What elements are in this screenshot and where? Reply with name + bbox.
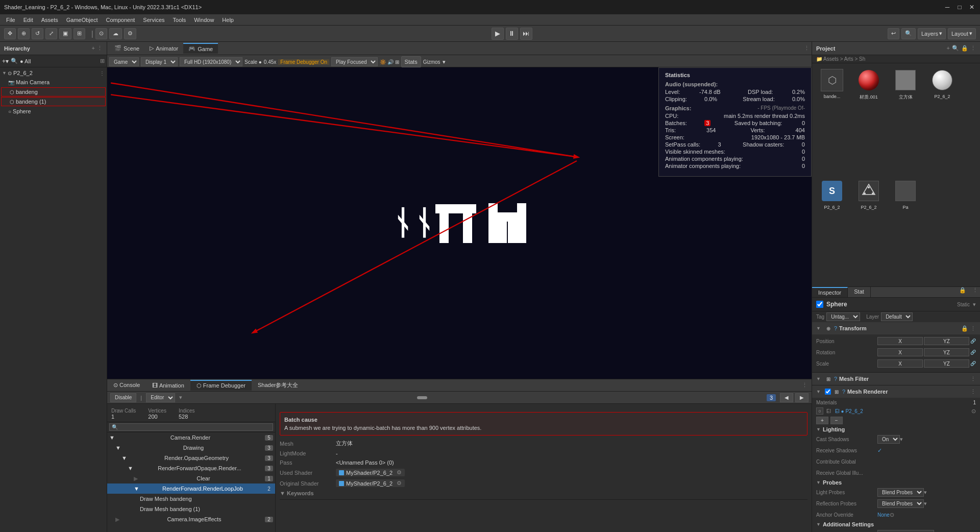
- project-more-btn[interactable]: ⋮: [970, 45, 976, 52]
- tab-console[interactable]: ⊙ Console: [107, 380, 146, 390]
- cast-shadows-select[interactable]: On: [877, 435, 900, 444]
- hier-options-btn[interactable]: ⊞: [100, 58, 105, 64]
- close-button[interactable]: ✕: [968, 3, 976, 11]
- additional-settings-header[interactable]: ▼ Additional Settings: [816, 521, 976, 527]
- used-shader-settings[interactable]: ⚙: [397, 469, 402, 476]
- menu-edit[interactable]: Edit: [19, 16, 37, 24]
- inspector-tab[interactable]: Inspector: [812, 287, 848, 297]
- hier-item-bandeng[interactable]: ⬡ bandeng: [1, 87, 106, 96]
- editor-select[interactable]: Editor: [146, 393, 175, 402]
- play-button[interactable]: ▶: [492, 28, 504, 40]
- mat-remove-btn[interactable]: −: [830, 417, 843, 424]
- asset-shader[interactable]: S P2_6_2: [814, 176, 850, 284]
- frame-scroll-thumb[interactable]: [417, 396, 427, 399]
- asset-material-red[interactable]: 材质.001: [851, 65, 887, 175]
- menu-assets[interactable]: Assets: [37, 16, 62, 24]
- mesh-renderer-menu[interactable]: ⋮: [970, 389, 976, 395]
- light-probes-arrow[interactable]: ▾: [924, 489, 927, 496]
- hier-item-sphere[interactable]: ○ Sphere: [0, 107, 107, 116]
- search-btn[interactable]: 🔍: [901, 28, 916, 39]
- view-more-btn[interactable]: ⋮: [804, 45, 810, 52]
- mesh-filter-header[interactable]: ▼ ⊞ ? Mesh Filter ⋮: [812, 373, 980, 385]
- layout-dropdown[interactable]: Layout ▾: [948, 28, 976, 39]
- motion-vectors-select[interactable]: Per Object Motion: [877, 530, 934, 533]
- frame-item-render-loop[interactable]: ▼ RenderForward.RenderLoopJob 2: [107, 483, 275, 494]
- hier-item-bandeng-1[interactable]: ⬡ bandeng (1): [1, 97, 106, 106]
- next-frame-btn[interactable]: ▶: [795, 393, 808, 402]
- tab-game[interactable]: 🎮 Game: [183, 43, 218, 54]
- scale-tool[interactable]: ⤢: [45, 28, 57, 39]
- hand-tool[interactable]: ✥: [4, 28, 16, 39]
- frame-item-opaque-geometry[interactable]: ▼ Render.OpaqueGeometry 3: [107, 453, 275, 463]
- menu-tools[interactable]: Tools: [169, 16, 190, 24]
- asset-pa[interactable]: Pa: [888, 176, 923, 284]
- hier-item-main-camera[interactable]: 📷 Main Camera: [0, 78, 107, 87]
- reflection-probes-arrow[interactable]: ▾: [924, 500, 927, 507]
- scale-x[interactable]: X: [877, 359, 923, 368]
- disable-button[interactable]: Disable: [110, 393, 136, 402]
- details-scrollbar[interactable]: [280, 499, 807, 505]
- gizmos-arrow[interactable]: ▾: [443, 59, 446, 65]
- stat-tab[interactable]: Stat: [848, 287, 871, 297]
- settings-btn[interactable]: ⚙: [124, 28, 136, 39]
- tab-animation[interactable]: 🎞 Animation: [146, 381, 190, 390]
- project-search-btn[interactable]: 🔍: [952, 45, 959, 52]
- tab-scene[interactable]: 🎬 Scene: [109, 43, 144, 53]
- layers-dropdown[interactable]: Layers ▾: [918, 28, 946, 39]
- menu-window[interactable]: Window: [190, 16, 218, 24]
- rot-y[interactable]: YZ: [924, 348, 969, 356]
- bottom-tabs-more[interactable]: ⋮: [798, 382, 812, 389]
- frame-item-clear[interactable]: ▶ Clear 1: [107, 473, 275, 483]
- lighting-header[interactable]: ▼ Lighting: [816, 426, 976, 432]
- mesh-renderer-enabled[interactable]: [825, 389, 831, 395]
- frame-item-drawing[interactable]: ▼ Drawing 3: [107, 443, 275, 453]
- hierarchy-menu-btn[interactable]: ⋮: [97, 45, 103, 52]
- tag-select[interactable]: Untag...: [826, 312, 860, 321]
- mesh-filter-menu[interactable]: ⋮: [970, 376, 976, 382]
- prev-frame-btn[interactable]: ◀: [780, 393, 793, 402]
- mat-add-btn[interactable]: +: [816, 417, 828, 424]
- minimize-button[interactable]: ─: [943, 3, 951, 11]
- original-shader-settings[interactable]: ⚙: [397, 480, 402, 487]
- anchor-override-value[interactable]: None: [877, 512, 890, 518]
- multi-tool[interactable]: ⊞: [74, 28, 85, 39]
- asset-unity-obj[interactable]: P2_6_2: [851, 176, 887, 284]
- inspector-more[interactable]: ⋮: [970, 287, 980, 297]
- object-static-arrow[interactable]: ▾: [973, 301, 976, 308]
- tab-frame-debugger[interactable]: ⬡ Frame Debugger: [190, 380, 252, 391]
- resolution-select[interactable]: Full HD (1920x1080): [180, 57, 242, 66]
- pos-x[interactable]: X: [877, 337, 923, 345]
- undo-history-btn[interactable]: ↩: [888, 28, 899, 39]
- rotate-tool[interactable]: ↺: [32, 28, 43, 39]
- inspector-lock[interactable]: 🔒: [955, 287, 970, 297]
- mesh-renderer-header[interactable]: ▼ ⊞ ? Mesh Renderer ⋮: [812, 385, 980, 398]
- stats-button[interactable]: Stats: [401, 56, 421, 67]
- p2_6_2-menu[interactable]: ⋮: [100, 70, 105, 76]
- pos-y[interactable]: YZ: [924, 337, 969, 345]
- probes-header[interactable]: ▼ Probes: [816, 479, 976, 486]
- mat-name[interactable]: El ● P2_6_2: [835, 408, 863, 414]
- frame-item-camera-render[interactable]: ▼ Camera.Render 5: [107, 432, 275, 443]
- transform-header[interactable]: ▼ ⊕ ? Transform 🔒 ⋮: [812, 322, 980, 334]
- menu-component[interactable]: Component: [102, 16, 139, 24]
- asset-sphere-white[interactable]: P2_6_2: [924, 65, 960, 175]
- pause-button[interactable]: ⏸: [506, 28, 518, 40]
- menu-help[interactable]: Help: [218, 16, 238, 24]
- frame-search-input[interactable]: [109, 423, 273, 431]
- game-viewport[interactable]: ᚾᚾ: [107, 67, 812, 379]
- game-display-select[interactable]: Game: [109, 57, 139, 66]
- pivot-toggle[interactable]: ⊙: [95, 28, 107, 39]
- tab-shader-ref[interactable]: Shader参考大全: [252, 380, 304, 391]
- menu-file[interactable]: File: [2, 16, 19, 24]
- frame-scroll-track[interactable]: [188, 396, 761, 399]
- hier-add-btn[interactable]: +▾: [2, 58, 9, 65]
- transform-menu[interactable]: ⋮: [970, 325, 976, 332]
- mat-circle-btn[interactable]: ⊙: [971, 408, 976, 415]
- hierarchy-add-btn[interactable]: +: [92, 45, 95, 52]
- rect-tool[interactable]: ▣: [59, 28, 71, 39]
- play-focused-select[interactable]: Play Focused: [331, 57, 378, 66]
- select-arrow[interactable]: ▾: [179, 394, 182, 401]
- step-button[interactable]: ⏭: [520, 28, 532, 40]
- project-add-btn[interactable]: +: [947, 45, 950, 52]
- anchor-override-btn[interactable]: ⊙: [890, 512, 894, 518]
